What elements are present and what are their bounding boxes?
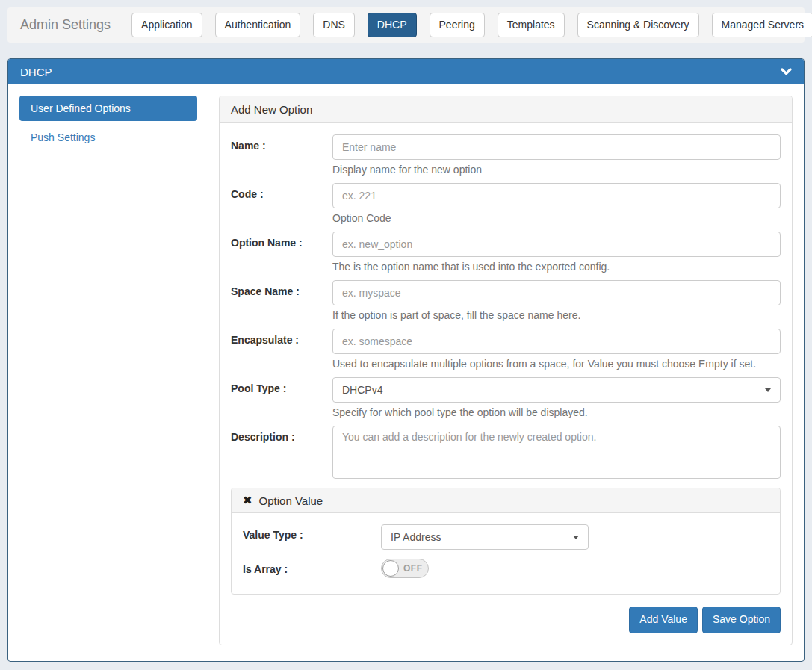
caret-down-icon [573,536,579,539]
tab-dns[interactable]: DNS [313,13,355,37]
tab-scanning-discovery[interactable]: Scanning & Discovery [577,13,699,37]
is-array-row: Is Array : OFF [243,559,769,578]
value-type-row: Value Type : IP Address [243,524,769,550]
pool-type-selected-value: DHCPv4 [342,384,382,396]
code-label: Code : [231,183,332,225]
tab-peering[interactable]: Peering [430,13,485,37]
panel-collapse-button[interactable] [781,68,792,75]
description-textarea[interactable] [332,426,781,479]
value-type-selected-value: IP Address [391,531,441,543]
pool-type-select[interactable]: DHCPv4 [332,377,781,403]
topbar: Admin Settings Application Authenticatio… [7,7,805,43]
space-name-row: Space Name : If the option is part of sp… [231,280,781,322]
tab-dhcp[interactable]: DHCP [368,13,417,37]
code-help: Option Code [332,212,781,225]
add-value-button[interactable]: Add Value [629,607,698,633]
description-row: Description : [231,426,781,479]
save-option-button[interactable]: Save Option [702,607,781,633]
option-value-panel: ✖ Option Value Value Type : IP Address [231,488,781,595]
tab-managed-servers[interactable]: Managed Servers [712,13,812,37]
tab-application[interactable]: Application [131,13,202,37]
code-row: Code : Option Code [231,183,781,225]
value-type-label: Value Type : [243,524,381,541]
toggle-state-label: OFF [403,563,423,574]
pool-type-help: Specify for which pool type the option w… [332,406,781,419]
option-name-label: Option Name : [231,232,332,273]
toggle-knob [382,560,399,577]
option-value-body: Value Type : IP Address Is Array : [232,513,780,594]
add-new-option-body: Name : Display name for the new option C… [220,123,792,645]
space-name-label: Space Name : [231,280,332,322]
option-value-header: ✖ Option Value [232,488,780,513]
add-new-option-title: Add New Option [220,96,792,123]
code-input[interactable] [332,183,781,208]
name-row: Name : Display name for the new option [231,134,781,176]
encapsulate-row: Encapsulate : Used to encapsulate multip… [231,329,781,370]
pool-type-label: Pool Type : [231,377,332,419]
caret-down-icon [765,388,771,392]
sidebar-item-push-settings[interactable]: Push Settings [19,125,197,150]
dhcp-panel: DHCP User Defined Options Push Settings … [7,58,805,662]
name-label: Name : [231,134,332,176]
is-array-label: Is Array : [243,559,381,575]
chevron-down-icon [781,68,792,75]
form-actions: Add Value Save Option [231,607,781,633]
description-label: Description : [231,426,332,479]
option-value-title: Option Value [259,494,323,507]
tab-templates[interactable]: Templates [498,13,565,37]
option-name-row: Option Name : The is the option name tha… [231,232,781,273]
value-type-select[interactable]: IP Address [381,524,589,550]
option-name-help: The is the option name that is used into… [332,261,781,273]
is-array-toggle[interactable]: OFF [381,559,429,578]
space-name-help: If the option is part of space, fill the… [332,309,781,322]
page-title: Admin Settings [20,17,111,33]
encapsulate-label: Encapsulate : [231,329,332,370]
encapsulate-input[interactable] [332,329,781,354]
name-input[interactable] [332,134,781,160]
name-help: Display name for the new option [332,164,781,176]
close-icon[interactable]: ✖ [243,494,252,507]
add-new-option-panel: Add New Option Name : Display name for t… [219,96,793,645]
tab-authentication[interactable]: Authentication [215,13,301,37]
settings-tabs: Application Authentication DNS DHCP Peer… [131,13,812,37]
option-name-input[interactable] [332,232,781,257]
dhcp-panel-body: User Defined Options Push Settings Add N… [8,84,804,657]
space-name-input[interactable] [332,280,781,305]
sidebar: User Defined Options Push Settings [19,96,197,645]
dhcp-panel-header: DHCP [8,59,804,84]
sidebar-item-user-defined-options[interactable]: User Defined Options [19,96,197,121]
encapsulate-help: Used to encapsulate multiple options fro… [332,358,781,370]
dhcp-panel-title: DHCP [20,66,52,78]
pool-type-row: Pool Type : DHCPv4 Specify for which poo… [231,377,781,419]
